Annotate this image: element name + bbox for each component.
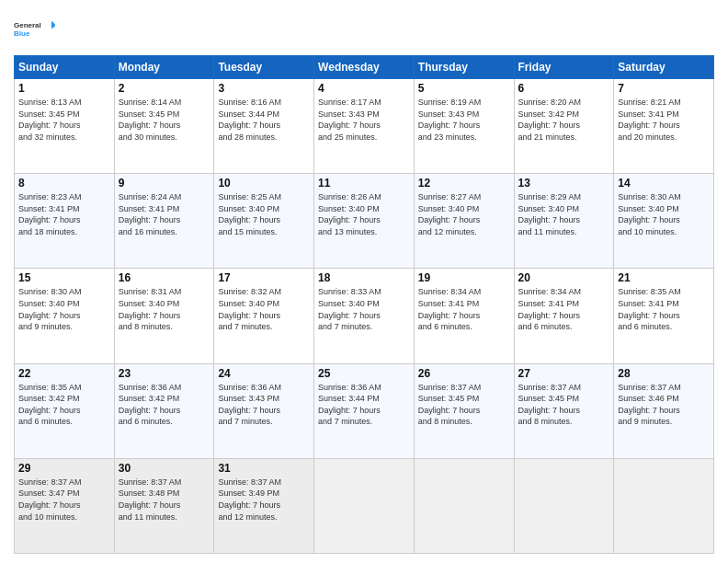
calendar-cell: 9Sunrise: 8:24 AMSunset: 3:41 PMDaylight…: [114, 174, 214, 269]
day-number: 28: [618, 367, 710, 380]
calendar-cell: 22Sunrise: 8:35 AMSunset: 3:42 PMDayligh…: [15, 363, 115, 458]
day-number: 18: [318, 271, 410, 284]
dow-header: Sunday: [15, 56, 115, 79]
calendar-cell: 17Sunrise: 8:32 AMSunset: 3:40 PMDayligh…: [214, 269, 314, 363]
calendar-cell: 28Sunrise: 8:37 AMSunset: 3:46 PMDayligh…: [614, 363, 714, 458]
day-number: 3: [218, 82, 310, 95]
day-number: 6: [518, 82, 610, 95]
day-number: 7: [618, 82, 710, 95]
day-number: 30: [119, 462, 210, 475]
day-number: 20: [518, 271, 610, 284]
calendar-cell: 26Sunrise: 8:37 AMSunset: 3:45 PMDayligh…: [414, 363, 514, 458]
dow-header: Tuesday: [214, 56, 314, 79]
day-info: Sunrise: 8:34 AMSunset: 3:41 PMDaylight:…: [518, 286, 610, 332]
logo-svg: General Blue: [14, 9, 55, 48]
day-number: 13: [518, 177, 610, 190]
calendar-cell: 15Sunrise: 8:30 AMSunset: 3:40 PMDayligh…: [15, 269, 115, 363]
day-number: 27: [518, 367, 610, 380]
day-info: Sunrise: 8:35 AMSunset: 3:41 PMDaylight:…: [618, 286, 710, 332]
page: General Blue SundayMondayTuesdayWednesda…: [0, 0, 728, 563]
day-info: Sunrise: 8:37 AMSunset: 3:46 PMDaylight:…: [618, 382, 710, 428]
calendar-cell: [614, 458, 714, 553]
day-info: Sunrise: 8:37 AMSunset: 3:48 PMDaylight:…: [119, 477, 210, 523]
day-number: 21: [618, 271, 710, 284]
day-number: 22: [18, 367, 110, 380]
svg-text:Blue: Blue: [14, 29, 30, 38]
day-info: Sunrise: 8:14 AMSunset: 3:45 PMDaylight:…: [119, 97, 210, 143]
day-info: Sunrise: 8:20 AMSunset: 3:42 PMDaylight:…: [518, 97, 610, 143]
day-number: 26: [418, 367, 510, 380]
day-info: Sunrise: 8:25 AMSunset: 3:40 PMDaylight:…: [218, 191, 310, 237]
dow-header: Saturday: [614, 56, 714, 79]
day-info: Sunrise: 8:37 AMSunset: 3:47 PMDaylight:…: [18, 477, 110, 523]
day-info: Sunrise: 8:26 AMSunset: 3:40 PMDaylight:…: [318, 191, 410, 237]
day-number: 15: [18, 271, 110, 284]
calendar-cell: 5Sunrise: 8:19 AMSunset: 3:43 PMDaylight…: [414, 79, 514, 174]
day-number: 24: [218, 367, 310, 380]
calendar-cell: 11Sunrise: 8:26 AMSunset: 3:40 PMDayligh…: [314, 174, 415, 269]
calendar-cell: 29Sunrise: 8:37 AMSunset: 3:47 PMDayligh…: [15, 458, 115, 553]
day-number: 4: [318, 82, 410, 95]
day-number: 8: [18, 177, 110, 190]
day-info: Sunrise: 8:30 AMSunset: 3:40 PMDaylight:…: [618, 191, 710, 237]
logo: General Blue: [14, 9, 55, 48]
day-info: Sunrise: 8:13 AMSunset: 3:45 PMDaylight:…: [18, 97, 110, 143]
day-number: 12: [418, 177, 510, 190]
calendar-cell: 10Sunrise: 8:25 AMSunset: 3:40 PMDayligh…: [214, 174, 314, 269]
day-info: Sunrise: 8:32 AMSunset: 3:40 PMDaylight:…: [218, 286, 310, 332]
day-number: 29: [18, 462, 110, 475]
day-info: Sunrise: 8:23 AMSunset: 3:41 PMDaylight:…: [18, 191, 110, 237]
day-info: Sunrise: 8:27 AMSunset: 3:40 PMDaylight:…: [418, 191, 510, 237]
calendar-cell: 4Sunrise: 8:17 AMSunset: 3:43 PMDaylight…: [314, 79, 415, 174]
day-info: Sunrise: 8:37 AMSunset: 3:45 PMDaylight:…: [418, 382, 510, 428]
day-number: 5: [418, 82, 510, 95]
calendar-cell: 23Sunrise: 8:36 AMSunset: 3:42 PMDayligh…: [114, 363, 214, 458]
calendar-cell: [314, 458, 415, 553]
dow-header: Thursday: [414, 56, 514, 79]
day-info: Sunrise: 8:30 AMSunset: 3:40 PMDaylight:…: [18, 286, 110, 332]
day-number: 19: [418, 271, 510, 284]
calendar-cell: 16Sunrise: 8:31 AMSunset: 3:40 PMDayligh…: [114, 269, 214, 363]
calendar-cell: 31Sunrise: 8:37 AMSunset: 3:49 PMDayligh…: [214, 458, 314, 553]
calendar-cell: 18Sunrise: 8:33 AMSunset: 3:40 PMDayligh…: [314, 269, 415, 363]
calendar-cell: [414, 458, 514, 553]
dow-header: Friday: [514, 56, 614, 79]
calendar-cell: 2Sunrise: 8:14 AMSunset: 3:45 PMDaylight…: [114, 79, 214, 174]
day-number: 1: [18, 82, 110, 95]
dow-header: Wednesday: [314, 56, 415, 79]
day-info: Sunrise: 8:34 AMSunset: 3:41 PMDaylight:…: [418, 286, 510, 332]
day-number: 25: [318, 367, 410, 380]
day-info: Sunrise: 8:31 AMSunset: 3:40 PMDaylight:…: [119, 286, 210, 332]
day-info: Sunrise: 8:37 AMSunset: 3:45 PMDaylight:…: [518, 382, 610, 428]
day-info: Sunrise: 8:37 AMSunset: 3:49 PMDaylight:…: [218, 477, 310, 523]
day-info: Sunrise: 8:29 AMSunset: 3:40 PMDaylight:…: [518, 191, 610, 237]
calendar-cell: 30Sunrise: 8:37 AMSunset: 3:48 PMDayligh…: [114, 458, 214, 553]
calendar-table: SundayMondayTuesdayWednesdayThursdayFrid…: [14, 55, 714, 554]
day-number: 16: [119, 271, 210, 284]
calendar-cell: 12Sunrise: 8:27 AMSunset: 3:40 PMDayligh…: [414, 174, 514, 269]
calendar-cell: 20Sunrise: 8:34 AMSunset: 3:41 PMDayligh…: [514, 269, 614, 363]
day-info: Sunrise: 8:35 AMSunset: 3:42 PMDaylight:…: [18, 382, 110, 428]
svg-marker-2: [51, 21, 55, 29]
calendar-cell: 6Sunrise: 8:20 AMSunset: 3:42 PMDaylight…: [514, 79, 614, 174]
calendar-cell: 14Sunrise: 8:30 AMSunset: 3:40 PMDayligh…: [614, 174, 714, 269]
day-info: Sunrise: 8:21 AMSunset: 3:41 PMDaylight:…: [618, 97, 710, 143]
calendar-cell: [514, 458, 614, 553]
calendar-cell: 8Sunrise: 8:23 AMSunset: 3:41 PMDaylight…: [15, 174, 115, 269]
day-number: 31: [218, 462, 310, 475]
day-number: 17: [218, 271, 310, 284]
calendar-cell: 13Sunrise: 8:29 AMSunset: 3:40 PMDayligh…: [514, 174, 614, 269]
day-number: 2: [119, 82, 210, 95]
calendar-cell: 7Sunrise: 8:21 AMSunset: 3:41 PMDaylight…: [614, 79, 714, 174]
calendar-cell: 25Sunrise: 8:36 AMSunset: 3:44 PMDayligh…: [314, 363, 415, 458]
header: General Blue: [14, 9, 714, 48]
day-info: Sunrise: 8:24 AMSunset: 3:41 PMDaylight:…: [119, 191, 210, 237]
day-number: 14: [618, 177, 710, 190]
day-info: Sunrise: 8:19 AMSunset: 3:43 PMDaylight:…: [418, 97, 510, 143]
day-info: Sunrise: 8:33 AMSunset: 3:40 PMDaylight:…: [318, 286, 410, 332]
calendar-cell: 21Sunrise: 8:35 AMSunset: 3:41 PMDayligh…: [614, 269, 714, 363]
svg-text:General: General: [14, 21, 41, 29]
day-info: Sunrise: 8:17 AMSunset: 3:43 PMDaylight:…: [318, 97, 410, 143]
day-number: 9: [119, 177, 210, 190]
day-info: Sunrise: 8:36 AMSunset: 3:44 PMDaylight:…: [318, 382, 410, 428]
